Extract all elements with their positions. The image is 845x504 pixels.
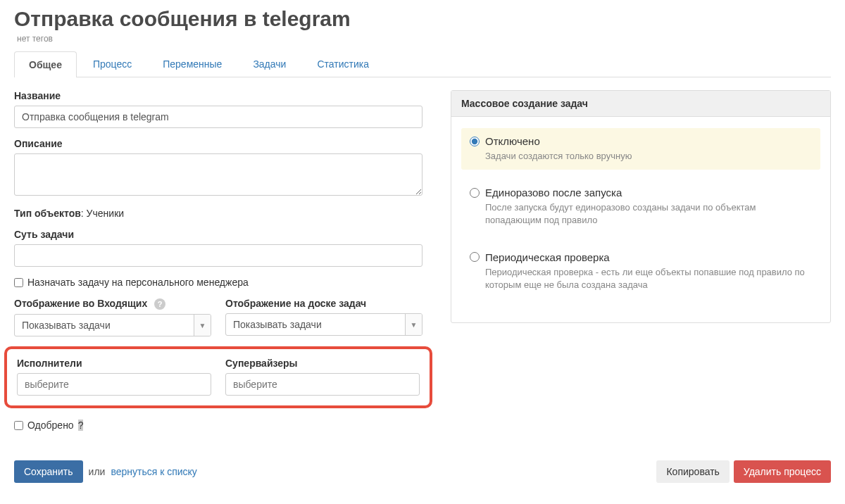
name-input[interactable] bbox=[14, 106, 423, 128]
tab-tasks[interactable]: Задачи bbox=[238, 51, 301, 77]
essence-input[interactable] bbox=[14, 244, 423, 267]
mass-panel: Массовое создание задач Отключено Задачи… bbox=[451, 90, 831, 323]
tab-statistics[interactable]: Статистика bbox=[302, 51, 384, 77]
copy-button[interactable]: Копировать bbox=[656, 460, 729, 483]
performers-label: Исполнители bbox=[17, 358, 211, 369]
object-type-value: Ученики bbox=[87, 208, 124, 219]
assign-personal-checkbox[interactable] bbox=[14, 278, 23, 287]
delete-button[interactable]: Удалить процесс bbox=[734, 460, 831, 483]
mass-title-once: Единоразово после запуска bbox=[485, 187, 622, 199]
help-icon[interactable]: ? bbox=[154, 298, 165, 310]
mass-panel-header: Массовое создание задач bbox=[451, 91, 830, 117]
mass-title-disabled: Отключено bbox=[485, 135, 540, 147]
performers-input[interactable] bbox=[17, 373, 211, 396]
help-icon[interactable]: ? bbox=[78, 420, 84, 431]
or-text: или bbox=[89, 466, 106, 477]
supervisors-input[interactable] bbox=[225, 373, 420, 396]
object-type-label: Тип объектов bbox=[14, 208, 81, 219]
desc-label: Описание bbox=[14, 138, 423, 149]
mass-option-disabled[interactable]: Отключено Задачи создаются только вручну… bbox=[461, 128, 820, 170]
mass-desc-once: После запуска будут единоразово созданы … bbox=[485, 201, 812, 227]
board-select[interactable]: Показывать задачи ▼ bbox=[225, 313, 423, 336]
inbox-select-value: Показывать задачи bbox=[15, 315, 194, 336]
tab-variables[interactable]: Переменные bbox=[148, 51, 237, 77]
tabs-bar: Общее Процесс Переменные Задачи Статисти… bbox=[14, 51, 831, 77]
tab-general[interactable]: Общее bbox=[14, 51, 77, 77]
mass-title-periodic: Периодическая проверка bbox=[485, 251, 610, 263]
inbox-select[interactable]: Показывать задачи ▼ bbox=[14, 314, 211, 336]
desc-textarea[interactable] bbox=[14, 153, 423, 196]
inbox-label: Отображение во Входящих ? bbox=[14, 298, 211, 310]
highlight-box: Исполнители Супервайзеры bbox=[4, 346, 432, 408]
back-link[interactable]: вернуться к списку bbox=[111, 466, 196, 477]
supervisors-label: Супервайзеры bbox=[225, 358, 420, 369]
board-select-value: Показывать задачи bbox=[226, 314, 405, 335]
assign-personal-label: Назначать задачу на персонального менедж… bbox=[27, 277, 249, 288]
name-label: Название bbox=[14, 90, 423, 101]
mass-desc-periodic: Периодическая проверка - есть ли еще объ… bbox=[485, 266, 812, 291]
essence-label: Суть задачи bbox=[14, 229, 423, 240]
chevron-down-icon: ▼ bbox=[194, 315, 211, 336]
mass-radio-periodic[interactable] bbox=[470, 252, 480, 262]
approved-label: Одобрено bbox=[27, 420, 74, 431]
save-button[interactable]: Сохранить bbox=[14, 460, 83, 483]
mass-option-periodic[interactable]: Периодическая проверка Периодическая про… bbox=[461, 244, 820, 298]
mass-desc-disabled: Задачи создаются только вручную bbox=[485, 150, 812, 163]
chevron-down-icon: ▼ bbox=[405, 314, 422, 335]
mass-option-once[interactable]: Единоразово после запуска После запуска … bbox=[461, 179, 820, 234]
page-title: Отправка сообщения в telegram bbox=[14, 7, 831, 31]
object-type-row: Тип объектов: Ученики bbox=[14, 208, 423, 219]
tab-process[interactable]: Процесс bbox=[78, 51, 146, 77]
approved-checkbox[interactable] bbox=[14, 421, 23, 430]
mass-radio-disabled[interactable] bbox=[470, 137, 480, 146]
no-tags-label: нет тегов bbox=[17, 34, 831, 44]
board-label: Отображение на доске задач bbox=[225, 298, 423, 309]
mass-radio-once[interactable] bbox=[470, 188, 480, 198]
